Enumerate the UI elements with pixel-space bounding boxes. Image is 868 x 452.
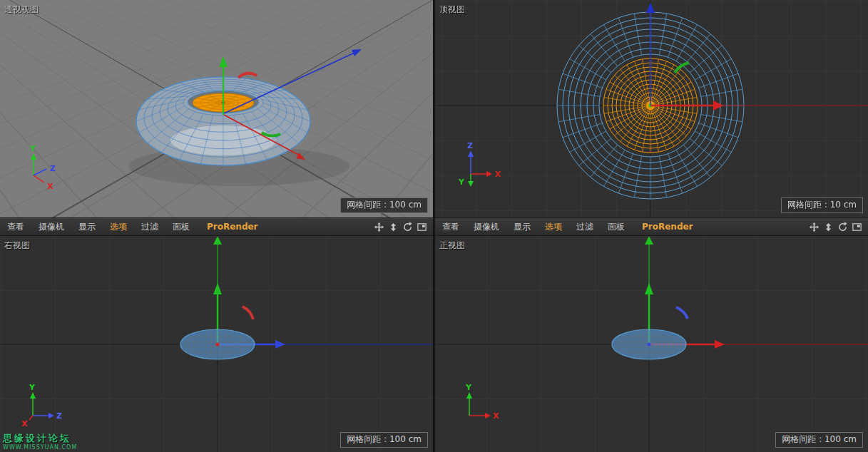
viewport-nav-icons (809, 222, 868, 232)
viewport-menubar-right: 查看 摄像机 显示 选项 过滤 面板 ProRender (435, 217, 868, 236)
toggle-view-icon[interactable] (852, 222, 862, 232)
menu-item-options[interactable]: 选项 (103, 218, 134, 235)
gizmo-z-label: Z (467, 141, 473, 150)
gizmo-z-label: Z (56, 411, 62, 421)
menu-item-view[interactable]: 查看 (0, 218, 31, 235)
c4d-viewport-area: Y Z X 透视视图 网格间距 : 100 cm (0, 0, 868, 452)
perspective-scene: Y Z X (0, 0, 433, 217)
menu-item-display[interactable]: 显示 (71, 218, 103, 235)
grid-spacing-badge: 网格间距 : 100 cm (340, 432, 428, 448)
y-axis-arrow[interactable] (219, 56, 228, 67)
toggle-view-icon[interactable] (417, 222, 427, 232)
gizmo-y-label: Y (29, 383, 36, 392)
menu-item-prorender[interactable]: ProRender (197, 218, 265, 235)
watermark-url: WWW.MISSYUAN.COM (3, 444, 77, 451)
gizmo-y-label: Y (29, 144, 36, 153)
menu-item-panel[interactable]: 面板 (165, 218, 197, 235)
menu-item-options[interactable]: 选项 (538, 218, 569, 235)
viewport-top[interactable]: Z X Y 顶视图 网格间距 : 10 cm (435, 0, 868, 217)
viewport-title: 透视视图 (4, 4, 39, 16)
menu-item-prorender[interactable]: ProRender (632, 218, 700, 235)
pan-icon[interactable] (809, 222, 820, 232)
axis-gizmo: Y Z X (29, 144, 56, 191)
top-scene: Z X Y (435, 0, 868, 217)
viewport-title: 顶视图 (439, 4, 465, 16)
viewport-nav-icons (374, 222, 433, 232)
zoom-icon[interactable] (388, 222, 399, 232)
viewport-title: 右视图 (4, 240, 30, 252)
menu-item-camera[interactable]: 摄像机 (31, 218, 71, 235)
rotate-icon[interactable] (837, 222, 848, 232)
menu-item-display[interactable]: 显示 (506, 218, 538, 235)
viewport-menubar-left: 查看 摄像机 显示 选项 过滤 面板 ProRender (0, 217, 433, 236)
zoom-icon[interactable] (823, 222, 834, 232)
gizmo-x-label: X (495, 170, 501, 179)
z-axis-arrow[interactable] (352, 49, 362, 56)
menu-item-panel[interactable]: 面板 (601, 218, 632, 235)
viewport-title: 正视图 (439, 240, 465, 252)
menu-item-filter[interactable]: 过滤 (569, 218, 601, 235)
pan-icon[interactable] (374, 222, 384, 232)
viewport-front[interactable]: Y X 正视图 网格间距 : 100 cm (435, 236, 868, 452)
menu-item-filter[interactable]: 过滤 (134, 218, 165, 235)
viewport-perspective[interactable]: Y Z X 透视视图 网格间距 : 100 cm (0, 0, 433, 217)
viewport-right[interactable]: Y Z X 右视图 网格间距 : 100 cm (0, 236, 433, 452)
grid-spacing-badge: 网格间距 : 10 cm (781, 197, 863, 213)
right-scene: Y Z X (0, 236, 433, 452)
grid-spacing-badge: 网格间距 : 100 cm (340, 197, 428, 213)
watermark: 思缘设计论坛 WWW.MISSYUAN.COM (3, 433, 77, 451)
rotate-icon[interactable] (402, 222, 413, 232)
grid-spacing-badge: 网格间距 : 100 cm (775, 432, 863, 448)
z-axis-dot[interactable] (648, 343, 651, 346)
x-axis-dot[interactable] (216, 343, 220, 346)
gizmo-y-label: Y (465, 383, 472, 392)
menu-item-view[interactable]: 查看 (435, 218, 466, 235)
gizmo-y-label: Y (458, 178, 465, 187)
gizmo-x-label: X (21, 419, 28, 428)
gizmo-x-label: X (47, 182, 53, 191)
menu-item-camera[interactable]: 摄像机 (466, 218, 506, 235)
watermark-title: 思缘设计论坛 (3, 433, 77, 444)
gizmo-z-label: Z (50, 164, 56, 173)
rotation-band-red[interactable] (238, 73, 257, 78)
gizmo-x-label: X (493, 411, 499, 421)
front-scene: Y X (435, 236, 868, 452)
